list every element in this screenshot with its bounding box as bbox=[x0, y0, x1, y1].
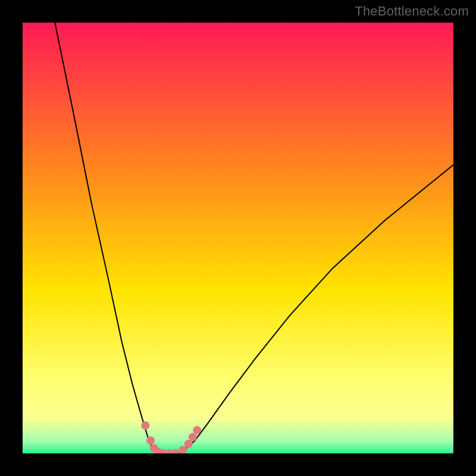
marker-point bbox=[193, 426, 201, 434]
marker-point bbox=[189, 433, 197, 441]
chart-frame: TheBottleneck.com bbox=[0, 0, 476, 476]
watermark-text: TheBottleneck.com bbox=[355, 4, 469, 19]
marker-point bbox=[146, 436, 155, 444]
marker-point bbox=[184, 440, 193, 448]
marker-point bbox=[141, 421, 149, 430]
chart-svg bbox=[23, 23, 453, 453]
plot-area bbox=[23, 23, 453, 453]
gradient-background bbox=[23, 23, 453, 453]
